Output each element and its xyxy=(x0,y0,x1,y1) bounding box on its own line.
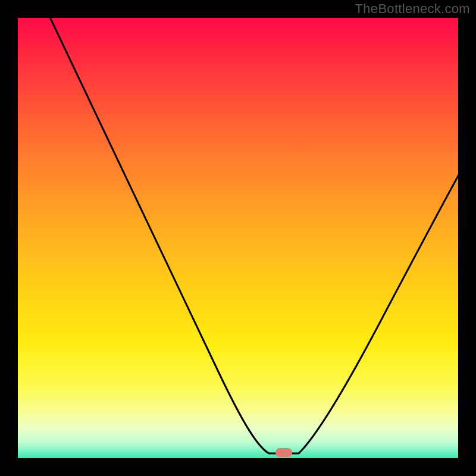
chart-frame: TheBottleneck.com xyxy=(0,0,476,476)
watermark-text: TheBottleneck.com xyxy=(355,1,470,17)
plot-area xyxy=(18,18,458,458)
optimal-point-marker xyxy=(275,448,292,457)
bottleneck-curve xyxy=(18,18,458,458)
curve-path xyxy=(49,18,458,453)
